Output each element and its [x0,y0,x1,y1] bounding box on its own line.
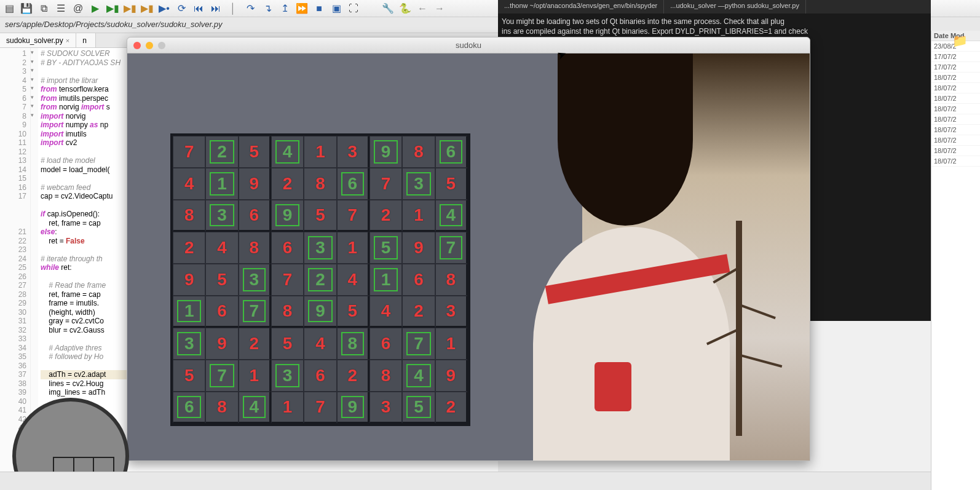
digit: 6 [250,205,259,225]
finder-row[interactable]: 18/07/2 [931,83,980,93]
detection-box [406,396,430,418]
sudoku-cell: 8 [337,328,369,360]
sudoku-cell: 1 [304,136,336,168]
detection-box [210,364,234,387]
sudoku-cell: 9 [304,296,336,328]
sudoku-cell: 6 [205,296,238,328]
sudoku-cell: 3 [271,360,304,392]
folder-icon[interactable]: 📁 [952,33,968,48]
finder-row[interactable]: 18/07/2 [931,156,980,167]
terminal-tab[interactable]: ...udoku_solver —python sudoku_solver.py [664,0,806,14]
digit: 8 [315,174,325,194]
wrench-icon[interactable]: 🔧 [381,2,395,15]
finder-row[interactable]: 18/07/2 [931,114,980,125]
finder-row[interactable]: 17/07/2 [931,52,980,62]
sudoku-cell: 1 [402,200,435,232]
sudoku-cell: 3 [369,392,402,424]
window-titlebar[interactable]: sudoku [127,38,810,53]
digit: 7 [283,270,293,290]
terminal-tab[interactable]: ...thonw ~/opt/anaconda3/envs/gen_env/bi… [498,0,664,14]
sudoku-cell: 8 [271,296,304,328]
detection-box [440,236,462,259]
detection-box [341,396,364,418]
step-in-icon[interactable]: ↴ [261,2,274,15]
sudoku-cell: 7 [173,136,205,168]
digit: 1 [414,205,424,225]
sudoku-cell: 8 [435,264,468,296]
opencv-window[interactable]: sudoku 725413986419286735836957214248631… [127,37,810,461]
sudoku-cell: 2 [304,264,336,296]
sudoku-cell: 9 [271,200,304,232]
debug-icon[interactable]: ▶▮ [140,2,154,15]
digit: 2 [250,334,259,354]
sep2[interactable] [364,2,377,15]
maximize-icon[interactable]: ⛶ [347,2,360,15]
sudoku-cell: 5 [304,200,336,232]
skip-fwd-icon[interactable]: ⏭ [209,2,223,15]
finder-row[interactable]: 18/07/2 [931,104,980,114]
detection-box [374,268,398,291]
copy-icon[interactable]: ⧉ [37,2,50,15]
finder-panel: 📁 Date Mod 23/08/217/07/217/07/218/07/21… [931,31,980,490]
skip-back-icon[interactable]: ⏮ [192,2,205,15]
finder-row[interactable]: 18/07/2 [931,125,980,135]
finder-row[interactable]: 18/07/2 [931,135,980,146]
digit: 6 [283,238,293,258]
finder-row[interactable]: 17/07/2 [931,62,980,73]
close-icon[interactable]: × [66,37,69,44]
sudoku-cell: 5 [337,296,369,328]
editor-tab[interactable]: sudoku_solver.py× [0,33,76,47]
save-icon[interactable]: 💾 [20,2,33,15]
back-icon[interactable]: ← [416,2,429,15]
sudoku-cell: 2 [402,296,435,328]
restart-icon[interactable]: ⟳ [175,2,188,15]
stop-icon[interactable]: ▶• [157,2,171,15]
digit: 5 [348,301,358,321]
continue-icon[interactable]: ⏩ [295,2,309,15]
sudoku-cell: 4 [337,264,369,296]
sudoku-cell: 8 [205,392,238,424]
stop-debug-icon[interactable]: ■ [312,2,326,15]
digit: 5 [184,366,194,385]
sudoku-cell: 1 [205,168,238,200]
terminal-tab-bar: ...thonw ~/opt/anaconda3/envs/gen_env/bi… [498,0,931,14]
sudoku-cell: 2 [173,232,205,264]
digit: 2 [348,366,358,385]
step-out-icon[interactable]: ↥ [278,2,291,15]
finder-row[interactable]: 18/07/2 [931,93,980,104]
sudoku-cell: 4 [304,328,336,360]
sudoku-cell: 5 [173,360,205,392]
sep1[interactable]: │ [226,2,240,15]
sudoku-cell: 9 [173,264,205,296]
digit: 5 [217,270,227,290]
run-icon[interactable]: ▶ [89,2,102,15]
run-cell-icon[interactable]: ▶▮ [106,2,119,15]
digit: 6 [217,301,227,321]
detection-box [243,300,266,322]
sudoku-cell: 9 [205,328,238,360]
run-selection-icon[interactable]: ▶▮ [123,2,136,15]
new-file-icon[interactable]: ▤ [2,2,16,15]
sudoku-cell: 7 [369,168,402,200]
digit: 2 [414,301,424,321]
editor-tab[interactable]: n [76,33,96,47]
finder-row[interactable]: 18/07/2 [931,73,980,83]
list-icon[interactable]: ☰ [54,2,68,15]
sudoku-cell: 6 [271,232,304,264]
finder-row[interactable]: 18/07/2 [931,146,980,156]
digit: 9 [217,334,227,354]
detection-box [341,332,364,355]
sudoku-cell: 1 [337,232,369,264]
digit: 1 [315,142,325,162]
step-over-icon[interactable]: ↷ [243,2,257,15]
detection-box [243,268,266,291]
terminal-icon[interactable]: ▣ [330,2,343,15]
python-icon[interactable]: 🐍 [398,2,412,15]
digit: 4 [381,301,391,321]
forward-icon[interactable]: → [433,2,446,15]
digit: 9 [414,238,424,258]
digit: 5 [283,334,293,354]
sudoku-cell: 3 [402,168,435,200]
sudoku-cell: 6 [369,328,402,360]
at-icon[interactable]: @ [71,2,85,15]
